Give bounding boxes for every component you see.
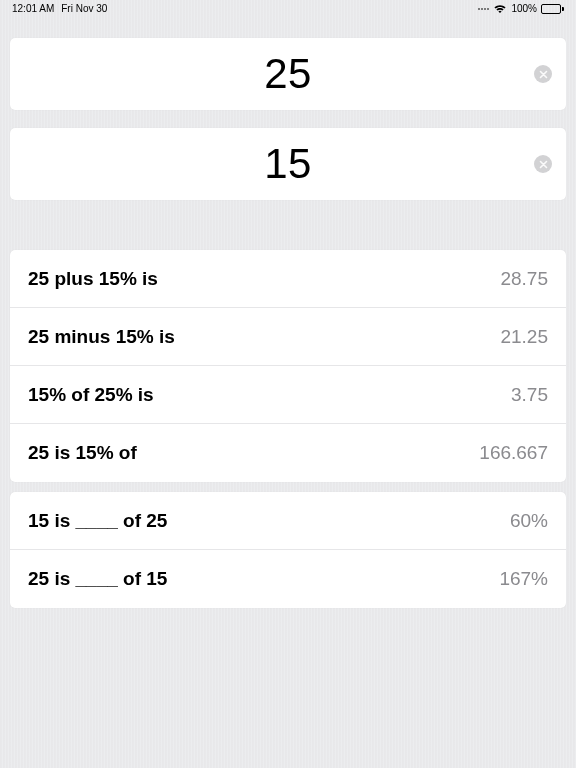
battery-percent: 100% xyxy=(511,4,537,14)
result-label: 25 is 15% of xyxy=(28,442,137,464)
result-row: 15% of 25% is 3.75 xyxy=(10,366,566,424)
input-b-card[interactable]: 15 xyxy=(10,128,566,200)
input-a-value[interactable]: 25 xyxy=(54,50,522,98)
results-group-1: 25 plus 15% is 28.75 25 minus 15% is 21.… xyxy=(10,250,566,482)
close-icon xyxy=(539,160,548,169)
result-label: 25 is ____ of 15 xyxy=(28,568,167,590)
main-content: 25 15 25 plus 15% is 28.75 25 minus 15% … xyxy=(0,16,576,608)
close-icon xyxy=(539,70,548,79)
result-row: 25 is 15% of 166.667 xyxy=(10,424,566,482)
input-a-card[interactable]: 25 xyxy=(10,38,566,110)
result-value: 28.75 xyxy=(500,268,548,290)
result-row: 25 plus 15% is 28.75 xyxy=(10,250,566,308)
result-value: 3.75 xyxy=(511,384,548,406)
status-right: 100% xyxy=(478,4,564,14)
clear-b-button[interactable] xyxy=(534,155,552,173)
result-label: 15 is ____ of 25 xyxy=(28,510,167,532)
clear-a-button[interactable] xyxy=(534,65,552,83)
status-bar: 12:01 AM Fri Nov 30 100% xyxy=(0,0,576,16)
status-date: Fri Nov 30 xyxy=(61,4,107,14)
result-label: 25 minus 15% is xyxy=(28,326,175,348)
input-b-value[interactable]: 15 xyxy=(54,140,522,188)
battery-icon xyxy=(541,4,564,14)
status-left: 12:01 AM Fri Nov 30 xyxy=(12,4,107,14)
wifi-icon xyxy=(493,4,507,14)
cellular-icon xyxy=(478,8,489,10)
result-row: 25 minus 15% is 21.25 xyxy=(10,308,566,366)
result-value: 21.25 xyxy=(500,326,548,348)
result-value: 167% xyxy=(499,568,548,590)
result-label: 15% of 25% is xyxy=(28,384,154,406)
result-value: 166.667 xyxy=(479,442,548,464)
result-value: 60% xyxy=(510,510,548,532)
result-row: 25 is ____ of 15 167% xyxy=(10,550,566,608)
result-label: 25 plus 15% is xyxy=(28,268,158,290)
result-row: 15 is ____ of 25 60% xyxy=(10,492,566,550)
status-time: 12:01 AM xyxy=(12,4,54,14)
results-group-2: 15 is ____ of 25 60% 25 is ____ of 15 16… xyxy=(10,492,566,608)
